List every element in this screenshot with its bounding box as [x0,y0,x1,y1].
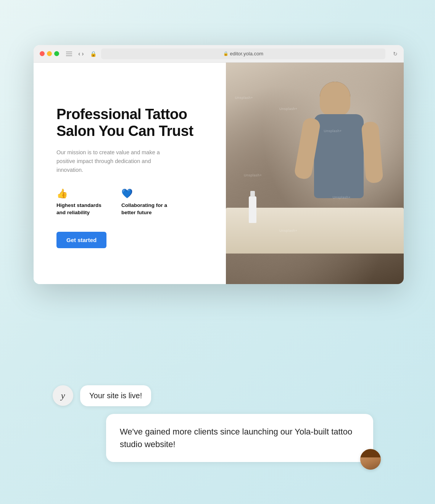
website-left-panel: Professional Tattoo Salon You Can Trust … [34,63,226,284]
chat-message-row-1: y Your site is live! [53,385,385,406]
security-icon: 🔒 [90,51,97,57]
yola-avatar: y [53,385,73,406]
user-face [360,449,381,470]
features-row: 👍 Highest standards and reliability 💙 Co… [56,188,207,216]
maximize-button[interactable] [54,51,59,56]
back-arrow[interactable]: ‹ [78,50,80,57]
figure-arm-right [361,121,383,183]
figure-head [320,82,350,116]
thumbs-up-icon: 👍 [56,188,106,199]
chat-bubble-testimonial: We've gained more clients since launchin… [106,414,373,462]
feature-label-collaboration: Collaborating for a better future [121,202,171,216]
feature-item-standards: 👍 Highest standards and reliability [56,188,106,216]
sidebar-toggle-icon[interactable] [66,52,72,56]
figure-body [314,114,364,198]
address-bar[interactable]: 🔒 editor.yola.com [101,48,385,59]
nav-arrows: ‹ › [78,50,84,57]
chat-bubble-testimonial-wrapper: We've gained more clients since launchin… [106,414,373,462]
lock-icon: 🔒 [223,51,229,56]
website-right-panel: Unsplash+ Unsplash+ Unsplash+ Unsplash+ … [226,63,404,284]
forward-arrow[interactable]: › [82,50,84,57]
watermark-6: Unsplash+ [279,107,297,111]
cta-button[interactable]: Get started [56,232,106,248]
close-button[interactable] [40,51,45,56]
chat-message-row-2: We've gained more clients since launchin… [53,414,373,462]
browser-chrome: ‹ › 🔒 🔒 editor.yola.com ↻ [34,45,404,63]
supply-bottle [249,196,256,223]
watermark-1: Unsplash+ [235,96,253,100]
feature-item-collaboration: 💙 Collaborating for a better future [121,188,171,216]
browser-window: ‹ › 🔒 🔒 editor.yola.com ↻ Professional T… [34,45,404,284]
minimize-button[interactable] [47,51,52,56]
traffic-lights [40,51,59,56]
hero-subtitle: Our mission is to create value and make … [56,148,171,175]
hero-title: Professional Tattoo Salon You Can Trust [56,106,207,139]
website-content: Professional Tattoo Salon You Can Trust … [34,63,404,284]
user-hair [360,449,381,457]
watermark-3: Unsplash+ [244,173,262,177]
user-avatar [360,449,381,470]
hero-image: Unsplash+ Unsplash+ Unsplash+ Unsplash+ … [226,63,404,284]
reload-icon[interactable]: ↻ [393,51,398,57]
tattoo-artist-figure [297,78,381,269]
feature-label-standards: Highest standards and reliability [56,202,106,216]
url-text: editor.yola.com [230,51,263,57]
chat-container: y Your site is live! We've gained more c… [34,374,404,481]
heart-icon: 💙 [121,188,171,199]
chat-bubble-site-live: Your site is live! [80,385,151,406]
